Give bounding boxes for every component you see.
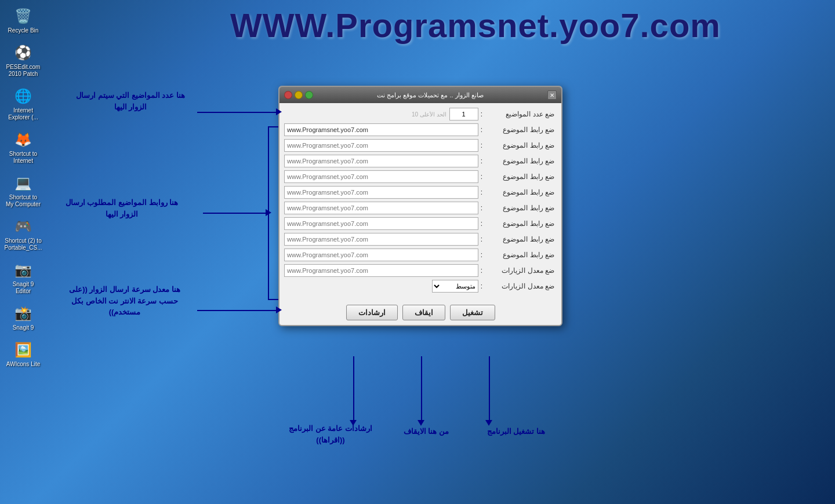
shortcut-internet-icon[interactable]: 🦊 Shortcut to Internet — [3, 128, 43, 167]
shortcut-computer-icon[interactable]: 💻 Shortcut to My Computer — [3, 171, 43, 210]
input-url-5[interactable] — [284, 186, 478, 199]
pes-edit-image: ⚽ — [14, 43, 32, 62]
snagit-icon[interactable]: 📸 Snagit 9 — [3, 302, 43, 334]
form-row-url-1: ضع رابط الموضوع : — [284, 123, 557, 136]
dialog-title: صانع الزوار .. مع تحميلات موقع برامج نت — [313, 92, 547, 99]
form-row-url-4: ضع رابط الموضوع : — [284, 170, 557, 183]
placeholder-hint: الحد الأعلى 10 — [412, 111, 446, 118]
website-title: WWW.Programsnet.yoo7.com — [116, 6, 835, 45]
awicons-icon[interactable]: 🖼️ AWIcons Lite — [3, 338, 43, 370]
recycle-bin-label: Recycle Bin — [8, 27, 39, 34]
snagit-label: Snagit 9 — [13, 324, 34, 331]
form-row-url-8: ضع رابط الموضوع : — [284, 233, 557, 246]
input-url-8[interactable] — [284, 233, 478, 246]
shortcut-internet-image: 🦊 — [14, 130, 32, 149]
snagit-editor-icon[interactable]: 📷 Snagit 9 Editor — [3, 258, 43, 297]
awicons-image: 🖼️ — [14, 341, 32, 359]
form-row-url-9: ضع رابط الموضوع : — [284, 249, 557, 261]
arrowhead-pause — [418, 420, 424, 426]
form-row-url-7: ضع رابط الموضوع : — [284, 217, 557, 230]
input-topics-count[interactable] — [449, 108, 478, 120]
form-row-url-5: ضع رابط الموضوع : — [284, 186, 557, 199]
label-visit-rate: ضع معدل الزيارات — [485, 282, 554, 290]
pes-edit-label: PESEdit.com 2010 Patch — [5, 64, 41, 78]
shortcut-computer-label: Shortcut to My Computer — [5, 194, 41, 208]
label-topics-count: ضع عدد المواضيع — [485, 110, 554, 118]
input-url-2[interactable] — [284, 139, 478, 152]
annotation-arrowhead-topics — [276, 108, 282, 115]
titlebar-buttons — [284, 91, 313, 99]
annotation-pause-btn: من هنا الايقاف — [389, 426, 464, 437]
input-url-10[interactable] — [284, 264, 478, 277]
arrowhead-start — [485, 420, 492, 426]
titlebar-x-button[interactable]: ✕ — [547, 90, 557, 100]
form-row-url-6: ضع رابط الموضوع : — [284, 202, 557, 214]
dialog-buttons: تشغيل ايقاف ارشادات — [279, 300, 561, 325]
ie-label: Internet Explorer (... — [5, 107, 41, 121]
input-url-6[interactable] — [284, 202, 478, 214]
dialog-titlebar: صانع الزوار .. مع تحميلات موقع برامج نت … — [279, 87, 561, 103]
input-url-4[interactable] — [284, 170, 478, 183]
input-url-3[interactable] — [284, 155, 478, 167]
snagit-editor-label: Snagit 9 Editor — [5, 281, 41, 295]
titlebar-maximize-btn[interactable] — [305, 91, 313, 99]
titlebar-minimize-btn[interactable] — [295, 91, 303, 99]
shortcut-cs-image: 🎮 — [14, 217, 32, 236]
ie-icon[interactable]: 🌐 Internet Explorer (... — [3, 85, 43, 123]
annotation-start-btn: هنا تشغيل البرنامج — [464, 426, 568, 437]
label-url-10: ضع معدل الزيارات — [485, 266, 554, 275]
annotation-arrow-links — [203, 213, 268, 214]
arrow-line-start — [489, 356, 490, 420]
ie-image: 🌐 — [14, 87, 32, 105]
form-row-visit-rate: ضع معدل الزيارات : بطيء متوسط سريع — [284, 280, 557, 293]
label-url-9: ضع رابط الموضوع — [485, 251, 554, 259]
input-url-9[interactable] — [284, 249, 478, 261]
annotation-arrowhead-links — [266, 209, 271, 216]
shortcut-cs-icon[interactable]: 🎮 Shortcut (2) to Portable_CS... — [3, 215, 43, 254]
annotation-instructions-btn: ارشادات عامة عن البرنامج ((اقراها)) — [284, 423, 377, 445]
input-url-1[interactable] — [284, 123, 478, 136]
label-url-3: ضع رابط الموضوع — [485, 157, 554, 165]
annotation-topics-count: هنا عدد المواضيع التي سيتم ارسال الزوار … — [75, 90, 186, 112]
label-url-7: ضع رابط الموضوع — [485, 220, 554, 228]
form-row-url-2: ضع رابط الموضوع : — [284, 139, 557, 152]
label-url-5: ضع رابط الموضوع — [485, 188, 554, 196]
snagit-editor-image: 📷 — [14, 261, 32, 279]
btn-start[interactable]: تشغيل — [450, 305, 495, 320]
annotation-speed: هنا معدل سرعة ارسال الزوار ((على حسب سرع… — [61, 284, 188, 318]
shortcut-internet-label: Shortcut to Internet — [5, 151, 41, 165]
annotation-arrow-speed — [197, 310, 278, 311]
form-row-url-3: ضع رابط الموضوع : — [284, 155, 557, 167]
dialog-window: صانع الزوار .. مع تحميلات موقع برامج نت … — [278, 86, 562, 326]
shortcut-cs-label: Shortcut (2) to Portable_CS... — [4, 238, 42, 251]
recycle-bin-image: 🗑️ — [14, 7, 32, 25]
form-row-topics-count: ضع عدد المواضيع : الحد الأعلى 10 — [284, 108, 557, 120]
label-url-8: ضع رابط الموضوع — [485, 235, 554, 243]
annotation-arrowhead-speed — [276, 306, 282, 313]
desktop-icons-container: 🗑️ Recycle Bin ⚽ PESEdit.com 2010 Patch … — [0, 0, 46, 375]
shortcut-computer-image: 💻 — [14, 174, 32, 192]
form-row-url-10: ضع معدل الزيارات : — [284, 264, 557, 277]
awicons-label: AWIcons Lite — [6, 361, 41, 368]
label-url-1: ضع رابط الموضوع — [485, 126, 554, 134]
annotation-arrow-topics — [197, 112, 278, 113]
dialog-body: ضع عدد المواضيع : الحد الأعلى 10 ضع رابط… — [279, 103, 561, 300]
arrow-line-instructions — [353, 356, 354, 420]
input-url-7[interactable] — [284, 217, 478, 230]
label-url-4: ضع رابط الموضوع — [485, 173, 554, 181]
btn-instructions[interactable]: ارشادات — [346, 305, 398, 320]
pes-edit-icon[interactable]: ⚽ PESEdit.com 2010 Patch — [3, 41, 43, 80]
snagit-image: 📸 — [14, 304, 32, 323]
arrowhead-instructions — [350, 420, 357, 426]
select-visit-rate[interactable]: بطيء متوسط سريع — [432, 280, 478, 293]
btn-pause[interactable]: ايقاف — [402, 305, 445, 320]
arrow-line-pause — [421, 356, 422, 420]
titlebar-close-btn[interactable] — [284, 91, 292, 99]
label-url-2: ضع رابط الموضوع — [485, 141, 554, 149]
label-url-6: ضع رابط الموضوع — [485, 204, 554, 212]
annotation-links: هنا روابط المواضيع المطلوب ارسال الزوار … — [58, 197, 186, 220]
recycle-bin-icon[interactable]: 🗑️ Recycle Bin — [3, 5, 43, 36]
